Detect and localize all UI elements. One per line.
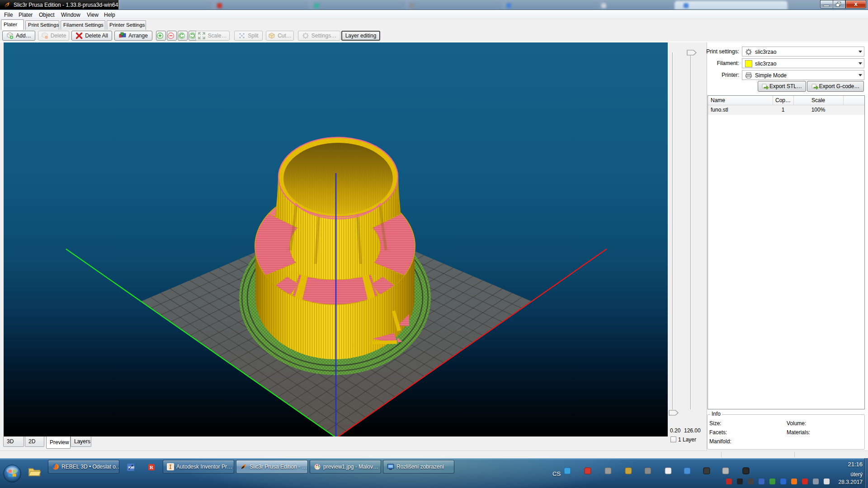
svg-text:R: R (150, 465, 154, 470)
svg-text:KMP: KMP (128, 466, 134, 469)
